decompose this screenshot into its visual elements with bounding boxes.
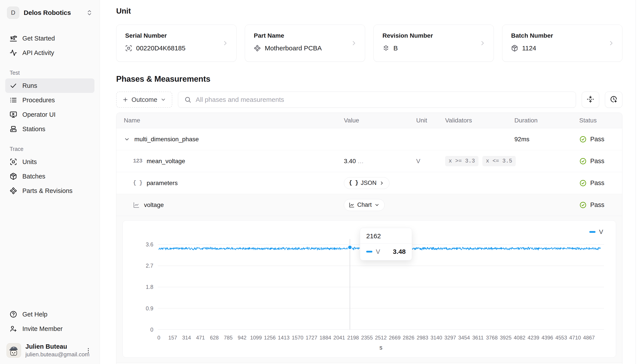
voltage-chart-panel: V 00.91.82.73.60157314471628785942109912… [116, 216, 622, 363]
svg-text:1570: 1570 [292, 335, 303, 340]
user-meta: Julien Buteau julien.buteau@gmail.com [26, 343, 80, 358]
sidebar-item-invite-member[interactable]: Invite Member [5, 322, 95, 336]
sidebar-item-label: Operator UI [22, 111, 56, 118]
svg-text:942: 942 [238, 335, 247, 340]
circle-check-icon [579, 179, 587, 187]
sidebar-item-label: API Activity [22, 49, 54, 56]
card-revision-number[interactable]: Revision Number B [373, 24, 494, 62]
col-validators: Validators [439, 117, 508, 124]
chevrons-up-down-icon [86, 10, 93, 16]
status-label: Pass [590, 136, 604, 143]
value-ellipsis: … [358, 158, 364, 165]
chevron-down-icon [374, 202, 380, 208]
chart-legend: V [589, 228, 603, 236]
svg-text:0.9: 0.9 [146, 305, 153, 312]
svg-text:0: 0 [157, 335, 160, 340]
chevron-right-icon [608, 40, 615, 47]
chart-line-icon [349, 202, 355, 208]
clock-arrow-down-icon [610, 96, 617, 104]
check-icon [10, 82, 17, 89]
layers-icon [382, 45, 389, 52]
measurement-value: 3.40 [344, 158, 356, 165]
phases-table: Name Value Unit Validators Duration Stat… [116, 112, 622, 364]
sidebar-item-label: Invite Member [22, 325, 63, 332]
monitor-play-icon [10, 111, 17, 118]
col-status: Status [573, 117, 622, 124]
status-badge: Pass [579, 179, 604, 187]
chart-tooltip: 2162 V 3.48 [360, 228, 412, 260]
sidebar-item-get-help[interactable]: Get Help [5, 307, 95, 322]
chevron-right-icon [222, 40, 229, 47]
card-part-name[interactable]: Part Name Motherboard PCBA [245, 24, 365, 62]
chart-line-icon [133, 202, 140, 208]
svg-text:4553: 4553 [555, 335, 567, 340]
json-chip-label: JSON [361, 180, 377, 186]
svg-text:4239: 4239 [527, 335, 539, 340]
svg-text:4710: 4710 [569, 335, 581, 340]
chart-chip[interactable]: Chart [344, 199, 385, 211]
measurement-unit: V [410, 158, 439, 165]
circle-help-icon [10, 310, 17, 318]
sidebar-item-get-started[interactable]: Get Started [5, 31, 95, 46]
sidebar-item-stations[interactable]: Stations [5, 122, 95, 136]
table-row-mean-voltage[interactable]: 123 mean_voltage 3.40 … V x >= 3.3 x <= … [116, 150, 622, 172]
sidebar-item-batches[interactable]: Batches [5, 169, 95, 184]
table-row-phase[interactable]: multi_dimension_phase 92ms Pass [116, 128, 622, 150]
package-icon [10, 172, 17, 180]
search-input[interactable] [196, 96, 570, 103]
svg-text:4082: 4082 [514, 335, 525, 340]
unit-cards: Serial Number 00220D4K68185 Part Name [116, 24, 622, 62]
history-button[interactable] [605, 92, 622, 108]
user-menu[interactable]: Julien Buteau julien.buteau@gmail.com [5, 342, 95, 359]
plane-takeoff-icon [10, 34, 17, 42]
table-header: Name Value Unit Validators Duration Stat… [116, 113, 622, 128]
measurement-name: mean_voltage [147, 158, 185, 165]
chevron-down-icon[interactable] [124, 136, 130, 142]
collapse-all-button[interactable] [582, 92, 599, 108]
svg-text:2512: 2512 [375, 335, 387, 340]
workspace-avatar: D [7, 6, 19, 19]
measurement-name: voltage [144, 202, 164, 208]
measurement-name: parameters [147, 180, 178, 186]
outcome-filter-label: Outcome [132, 96, 157, 103]
scan-unit-icon [10, 158, 17, 166]
user-plus-icon [10, 325, 17, 332]
tooltip-series-swatch [366, 251, 372, 252]
svg-text:4396: 4396 [541, 335, 553, 340]
col-name: Name [116, 117, 338, 124]
outcome-filter-button[interactable]: Outcome [116, 92, 172, 108]
table-row-voltage[interactable]: voltage Chart [116, 194, 622, 216]
status-badge: Pass [579, 201, 604, 209]
sidebar-item-procedures[interactable]: Procedures [5, 93, 95, 107]
tooltip-value: 3.48 [393, 248, 406, 255]
tooltip-title: 2162 [360, 228, 412, 244]
plus-icon [122, 96, 129, 103]
sidebar-item-label: Parts & Revisions [22, 187, 73, 194]
legend-series-swatch [589, 231, 595, 233]
page-title: Unit [116, 6, 622, 15]
status-label: Pass [590, 179, 604, 186]
json-chip[interactable]: { } JSON [344, 177, 389, 189]
card-label: Batch Number [511, 32, 613, 39]
svg-text:1413: 1413 [278, 335, 290, 340]
app-window: D Delos Robotics Get Started API Activit… [0, 0, 638, 364]
scrollbar-gutter[interactable] [635, 0, 638, 364]
card-serial-number[interactable]: Serial Number 00220D4K68185 [116, 24, 237, 62]
sidebar-item-api-activity[interactable]: API Activity [5, 46, 95, 60]
table-row-parameters[interactable]: { } parameters { } JSON [116, 172, 622, 194]
sidebar-item-operator-ui[interactable]: Operator UI [5, 107, 95, 122]
sidebar-item-units[interactable]: Units [5, 154, 95, 169]
kebab-menu-icon[interactable] [84, 346, 93, 355]
card-value-text: 1124 [522, 44, 536, 52]
card-batch-number[interactable]: Batch Number 1124 [502, 24, 622, 62]
status-badge: Pass [579, 136, 604, 143]
phase-duration: 92ms [508, 136, 573, 143]
sidebar-item-parts-revisions[interactable]: Parts & Revisions [5, 184, 95, 198]
workspace-switcher[interactable]: D Delos Robotics [5, 6, 95, 20]
svg-text:3611: 3611 [472, 335, 483, 340]
svg-text:3140: 3140 [430, 335, 442, 340]
sidebar-item-runs[interactable]: Runs [5, 78, 95, 93]
phases-toolbar: Outcome [116, 92, 622, 108]
col-value: Value [338, 117, 410, 124]
sidebar-item-label: Get Started [22, 35, 55, 42]
